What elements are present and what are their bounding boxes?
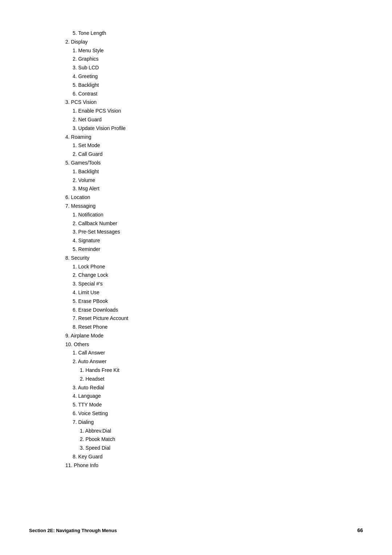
menu-item-display: 2. Display: [65, 38, 363, 46]
menu-item-notification: 1. Notification: [73, 211, 363, 219]
menu-item-backlight-display: 5. Backlight: [73, 81, 363, 90]
menu-item-call-answer: 1. Call Answer: [73, 349, 363, 357]
menu-item-contrast: 6. Contrast: [73, 90, 363, 98]
menu-item-call-guard: 2. Call Guard: [73, 150, 363, 159]
menu-item-reset-picture-account: 7. Reset Picture Account: [73, 314, 363, 323]
menu-item-callback-number: 2. Callback Number: [73, 219, 363, 228]
menu-item-volume: 2. Volume: [73, 176, 363, 185]
menu-item-enable-pcs-vision: 1. Enable PCS Vision: [73, 107, 363, 116]
menu-item-tty-mode: 5. TTY Mode: [73, 401, 363, 409]
footer-page-number: 66: [357, 527, 363, 533]
menu-item-auto-answer: 2. Auto Answer: [73, 357, 363, 366]
menu-item-airplane-mode: 9. Airplane Mode: [65, 332, 363, 340]
menu-item-change-lock: 2. Change Lock: [73, 271, 363, 280]
menu-item-set-mode: 1. Set Mode: [73, 141, 363, 150]
menu-item-reset-phone: 8. Reset Phone: [73, 323, 363, 332]
menu-item-voice-setting: 6. Voice Setting: [73, 409, 363, 418]
menu-item-backlight-games: 1. Backlight: [73, 167, 363, 176]
menu-item-erase-downloads: 6. Erase Downloads: [73, 306, 363, 315]
footer: Section 2E: Navigating Through Menus 66: [29, 527, 363, 533]
menu-item-security: 8. Security: [65, 254, 363, 263]
menu-item-auto-redial: 3. Auto Redial: [73, 384, 363, 392]
menu-item-update-vision-profile: 3. Update Vision Profile: [73, 124, 363, 133]
menu-item-limit-use: 4. Limit Use: [73, 288, 363, 297]
menu-item-erase-pbook: 5. Erase PBook: [73, 297, 363, 306]
menu-item-net-guard: 2. Net Guard: [73, 116, 363, 124]
menu-item-hands-free-kit: 1. Hands Free Kit: [80, 366, 363, 375]
menu-item-messaging: 7. Messaging: [65, 202, 363, 211]
menu-item-greeting: 4. Greeting: [73, 72, 363, 81]
menu-item-headset: 2. Headset: [80, 375, 363, 384]
menu-item-pre-set-messages: 3. Pre-Set Messages: [73, 228, 363, 236]
menu-item-roaming: 4. Roaming: [65, 133, 363, 142]
menu-item-signature: 4. Signature: [73, 236, 363, 245]
footer-section-label: Section 2E: Navigating Through Menus: [29, 528, 117, 533]
menu-item-graphics: 2. Graphics: [73, 55, 363, 64]
menu-item-tone-length: 5. Tone Length: [73, 29, 363, 38]
menu-item-pbook-match: 2. Pbook Match: [80, 435, 363, 444]
menu-item-location: 6. Location: [65, 193, 363, 202]
menu-item-abbrev-dial: 1. Abbrev.Dial: [80, 427, 363, 436]
menu-content: 5. Tone Length2. Display1. Menu Style2. …: [65, 29, 363, 470]
menu-item-key-guard: 8. Key Guard: [73, 453, 363, 461]
page-container: 5. Tone Length2. Display1. Menu Style2. …: [0, 0, 392, 555]
menu-item-reminder: 5. Reminder: [73, 245, 363, 254]
menu-item-language: 4. Language: [73, 392, 363, 401]
menu-item-others: 10. Others: [65, 340, 363, 349]
menu-item-lock-phone: 1. Lock Phone: [73, 263, 363, 271]
menu-item-sub-lcd: 3. Sub LCD: [73, 64, 363, 72]
menu-item-speed-dial: 3. Speed Dial: [80, 444, 363, 453]
menu-item-phone-info: 11. Phone Info: [65, 461, 363, 470]
menu-item-special-numbers: 3. Special #'s: [73, 280, 363, 288]
menu-item-pcs-vision: 3. PCS Vision: [65, 98, 363, 107]
menu-item-menu-style: 1. Menu Style: [73, 46, 363, 55]
menu-item-games-tools: 5. Games/Tools: [65, 159, 363, 167]
menu-item-dialing: 7. Dialing: [73, 418, 363, 427]
menu-item-msg-alert: 3. Msg Alert: [73, 185, 363, 193]
